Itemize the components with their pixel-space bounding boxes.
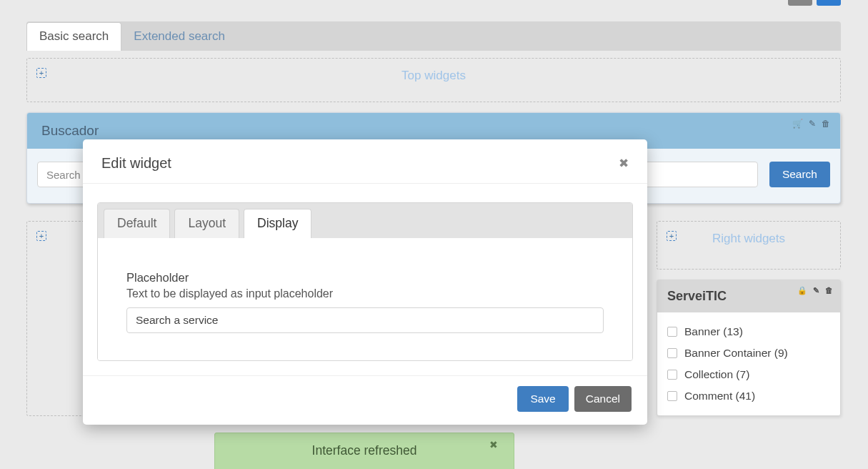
checkbox[interactable] [667,348,677,358]
list-item[interactable]: Comment (41) [667,385,830,407]
toast-message: Interface refreshed [312,443,417,458]
edit-icon[interactable]: ✎ [809,119,816,129]
delete-icon[interactable]: 🗑 [822,119,830,129]
right-widgets-region: + Right widgets [657,221,841,270]
serveitic-title: ServeiTIC [667,289,727,303]
top-widgets-label: Top widgets [34,69,833,83]
placeholder-field-label: Placeholder [126,271,604,285]
checkbox[interactable] [667,327,677,337]
serveitic-widget: ServeiTIC 🔒 ✎ 🗑 Banner (13) Banner Cont [657,280,841,416]
list-item[interactable]: Collection (7) [667,364,830,385]
save-button[interactable]: Save [517,386,568,412]
top-grey-button[interactable] [788,0,812,6]
add-widget-button[interactable]: + [36,231,46,241]
delete-icon[interactable]: 🗑 [825,286,833,295]
tab-default[interactable]: Default [104,209,170,238]
cancel-button[interactable]: Cancel [574,386,632,412]
placeholder-input[interactable] [126,307,604,333]
lock-icon[interactable]: 🔒 [797,286,807,295]
toast-interface-refreshed: ✖ Interface refreshed [214,433,514,469]
list-item[interactable]: Banner (13) [667,321,830,342]
list-item-label: Comment (41) [684,390,755,403]
tab-layout[interactable]: Layout [174,209,239,238]
cart-icon[interactable]: 🛒 [792,119,803,129]
buscador-search-button[interactable]: Search [769,162,830,187]
add-widget-button[interactable]: + [36,68,46,78]
add-widget-button[interactable]: + [667,231,677,241]
close-icon[interactable]: ✖ [489,439,498,450]
right-widgets-label: Right widgets [664,232,833,246]
list-item-label: Collection (7) [684,368,749,381]
edit-icon[interactable]: ✎ [813,286,819,295]
tab-extended-search[interactable]: Extended search [121,23,237,51]
top-widgets-region: + Top widgets [26,58,841,102]
placeholder-field-help: Text to be displayed as input placeholde… [126,287,604,300]
modal-title: Edit widget [101,155,171,172]
tab-display[interactable]: Display [244,209,311,238]
list-item[interactable]: Banner Container (9) [667,342,830,364]
top-blue-button[interactable] [817,0,841,6]
edit-widget-modal: Edit widget ✖ Default Layout Display Pla… [83,139,647,425]
modal-tabs: Default Layout Display [98,203,632,238]
checkbox[interactable] [667,391,677,401]
close-icon[interactable]: ✖ [619,156,629,171]
list-item-label: Banner Container (9) [684,347,788,360]
tab-basic-search[interactable]: Basic search [26,22,121,51]
buscador-title: Buscador [41,123,99,138]
checkbox[interactable] [667,370,677,380]
search-tabs: Basic search Extended search [26,21,841,51]
list-item-label: Banner (13) [684,325,743,338]
